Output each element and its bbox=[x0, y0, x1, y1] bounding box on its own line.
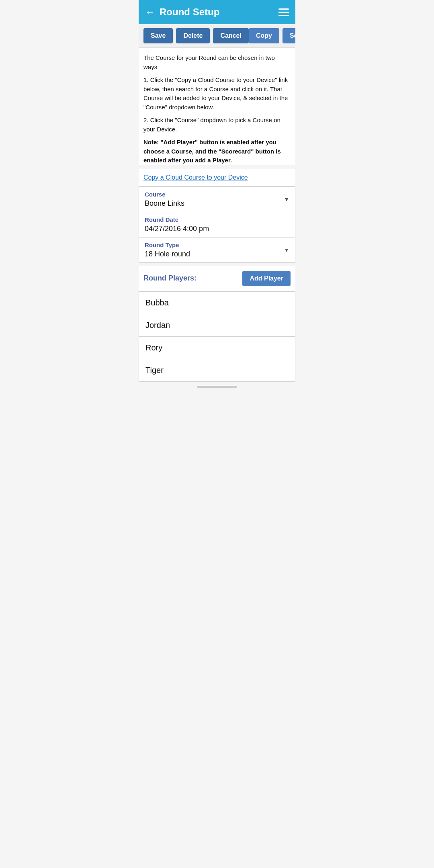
scroll-indicator bbox=[139, 382, 295, 392]
instructions-step1: 1. Click the "Copy a Cloud Course to you… bbox=[143, 76, 291, 112]
copy-button[interactable]: Copy bbox=[249, 28, 279, 43]
menu-line-3 bbox=[278, 15, 289, 16]
players-label: Round Players: bbox=[143, 274, 197, 283]
round-date-field-group: Round Date 04/27/2016 4:00 pm bbox=[139, 212, 295, 237]
round-type-field-group: Round Type 18 Hole round ▼ bbox=[139, 237, 295, 263]
menu-line-2 bbox=[278, 12, 289, 13]
round-type-label: Round Type bbox=[145, 242, 289, 248]
menu-line-1 bbox=[278, 8, 289, 10]
cancel-button[interactable]: Cancel bbox=[213, 28, 248, 43]
player-name: Rory bbox=[145, 343, 162, 352]
back-button[interactable]: ← bbox=[145, 6, 155, 18]
main-content: The Course for your Round can be chosen … bbox=[139, 48, 295, 165]
player-name: Bubba bbox=[145, 298, 169, 307]
scroll-bar bbox=[197, 386, 237, 388]
instructions: The Course for your Round can be chosen … bbox=[143, 53, 291, 165]
round-date-label: Round Date bbox=[145, 216, 289, 223]
cloud-link-section: Copy a Cloud Course to your Device bbox=[139, 169, 295, 186]
toolbar-left: Save Delete Cancel bbox=[143, 28, 249, 43]
course-field-group: Course Boone Links ▼ bbox=[139, 186, 295, 212]
round-type-dropdown-icon: ▼ bbox=[284, 247, 289, 253]
player-row[interactable]: Tiger bbox=[139, 359, 295, 381]
player-name: Jordan bbox=[145, 321, 170, 330]
course-label: Course bbox=[145, 191, 289, 198]
save-button[interactable]: Save bbox=[143, 28, 173, 43]
player-row[interactable]: Bubba bbox=[139, 292, 295, 314]
round-date-field[interactable]: Round Date 04/27/2016 4:00 pm bbox=[139, 212, 295, 237]
scorecard-button[interactable]: Scorecard bbox=[283, 28, 295, 43]
instructions-step2: 2. Click the "Course" dropdown to pick a… bbox=[143, 116, 291, 134]
add-player-button[interactable]: Add Player bbox=[242, 271, 291, 286]
course-field[interactable]: Course Boone Links ▼ bbox=[139, 187, 295, 212]
course-dropdown-icon: ▼ bbox=[284, 196, 289, 203]
app-header: ← Round Setup bbox=[139, 0, 295, 24]
header-left: ← Round Setup bbox=[145, 6, 219, 18]
round-date-value: 04/27/2016 4:00 pm bbox=[145, 225, 289, 233]
toolbar: Save Delete Cancel Copy Scorecard bbox=[139, 24, 295, 48]
player-row[interactable]: Rory bbox=[139, 337, 295, 359]
instructions-note: Note: "Add Player" button is enabled aft… bbox=[143, 138, 291, 165]
page-title: Round Setup bbox=[160, 6, 219, 18]
round-type-field[interactable]: Round Type 18 Hole round ▼ bbox=[139, 237, 295, 262]
players-list: Bubba Jordan Rory Tiger bbox=[139, 291, 295, 382]
menu-button[interactable] bbox=[278, 8, 289, 16]
cloud-course-link[interactable]: Copy a Cloud Course to your Device bbox=[143, 174, 248, 181]
toolbar-right: Copy Scorecard bbox=[249, 28, 295, 43]
instructions-intro: The Course for your Round can be chosen … bbox=[143, 53, 291, 72]
course-value: Boone Links bbox=[145, 199, 289, 208]
players-header: Round Players: Add Player bbox=[139, 266, 295, 291]
player-name: Tiger bbox=[145, 366, 164, 375]
delete-button[interactable]: Delete bbox=[176, 28, 210, 43]
round-type-value: 18 Hole round bbox=[145, 250, 289, 258]
player-row[interactable]: Jordan bbox=[139, 314, 295, 337]
